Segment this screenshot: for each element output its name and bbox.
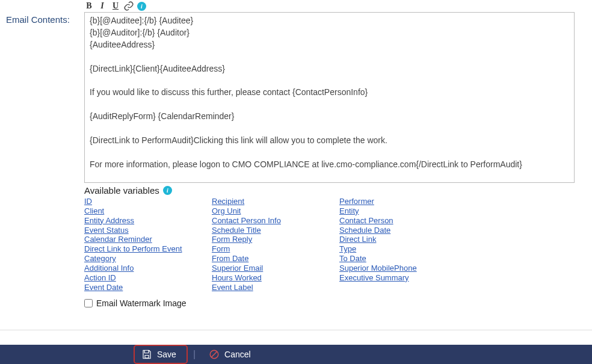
variable-link[interactable]: From Date bbox=[212, 254, 248, 264]
variable-link[interactable]: Entity Address bbox=[84, 216, 134, 226]
email-contents-textarea[interactable] bbox=[85, 13, 574, 182]
svg-line-1 bbox=[212, 352, 217, 357]
variable-link[interactable]: ID bbox=[84, 197, 92, 206]
italic-button[interactable]: I bbox=[97, 1, 107, 11]
available-variables-text: Available variables bbox=[84, 185, 159, 196]
cancel-icon bbox=[209, 349, 220, 360]
variable-link[interactable]: Event Label bbox=[212, 283, 253, 292]
watermark-row[interactable]: Email Watermark Image bbox=[84, 298, 586, 308]
cancel-button[interactable]: Cancel bbox=[203, 347, 261, 362]
save-button[interactable]: Save bbox=[135, 347, 186, 362]
variable-link[interactable]: Type bbox=[339, 244, 356, 254]
variable-link[interactable]: Executive Summary bbox=[339, 273, 409, 283]
save-label: Save bbox=[157, 350, 176, 359]
variable-link[interactable]: Entity bbox=[339, 206, 359, 216]
variables-column-1: IDClientEntity AddressEvent StatusCalend… bbox=[84, 197, 212, 292]
variable-link[interactable]: Hours Worked bbox=[212, 273, 262, 283]
info-icon[interactable]: i bbox=[137, 2, 146, 11]
variables-column-3: PerformerEntityContact PersonSchedule Da… bbox=[339, 197, 478, 292]
variables-grid: IDClientEntity AddressEvent StatusCalend… bbox=[84, 197, 586, 292]
variable-link[interactable]: To Date bbox=[339, 254, 366, 264]
link-icon bbox=[123, 1, 134, 11]
variable-link[interactable]: Performer bbox=[339, 197, 374, 206]
cancel-label: Cancel bbox=[224, 350, 251, 359]
variable-link[interactable]: Event Date bbox=[84, 283, 123, 292]
variable-link[interactable]: Form Reply bbox=[212, 235, 252, 244]
link-button[interactable] bbox=[124, 1, 134, 11]
variable-link[interactable]: Schedule Title bbox=[212, 226, 261, 235]
footer-separator: | bbox=[193, 349, 196, 360]
bold-button[interactable]: B bbox=[84, 1, 94, 11]
variable-link[interactable]: Superior Email bbox=[212, 264, 263, 273]
save-icon bbox=[141, 349, 152, 360]
variable-link[interactable]: Action ID bbox=[84, 273, 116, 283]
variable-link[interactable]: Calendar Reminder bbox=[84, 235, 152, 244]
variable-link[interactable]: Org Unit bbox=[212, 206, 241, 216]
watermark-checkbox[interactable] bbox=[84, 299, 93, 307]
editor-toolbar: B I U i bbox=[84, 1, 586, 12]
variable-link[interactable]: Category bbox=[84, 254, 116, 264]
available-variables-heading: Available variables i bbox=[84, 185, 586, 197]
variable-link[interactable]: Superior MobilePhone bbox=[339, 264, 417, 273]
variable-link[interactable]: Form bbox=[212, 244, 230, 254]
variable-link[interactable]: Direct Link to Perform Event bbox=[84, 244, 182, 254]
variable-link[interactable]: Schedule Date bbox=[339, 226, 390, 235]
variables-column-2: RecipientOrg UnitContact Person InfoSche… bbox=[212, 197, 339, 292]
watermark-label: Email Watermark Image bbox=[96, 298, 187, 308]
variable-link[interactable]: Contact Person Info bbox=[212, 216, 281, 226]
variable-link[interactable]: Recipient bbox=[212, 197, 244, 206]
variable-link[interactable]: Contact Person bbox=[339, 216, 393, 226]
info-icon[interactable]: i bbox=[163, 186, 172, 195]
editor-container bbox=[84, 12, 575, 183]
variable-link[interactable]: Client bbox=[84, 206, 104, 216]
variable-link[interactable]: Additional Info bbox=[84, 264, 134, 273]
variable-link[interactable]: Event Status bbox=[84, 226, 129, 235]
variable-link[interactable]: Direct Link bbox=[339, 235, 376, 244]
footer-bar: Save | Cancel bbox=[0, 344, 592, 364]
email-contents-label: Email Contents: bbox=[6, 1, 84, 25]
underline-button[interactable]: U bbox=[111, 1, 120, 11]
section-divider bbox=[0, 330, 592, 330]
